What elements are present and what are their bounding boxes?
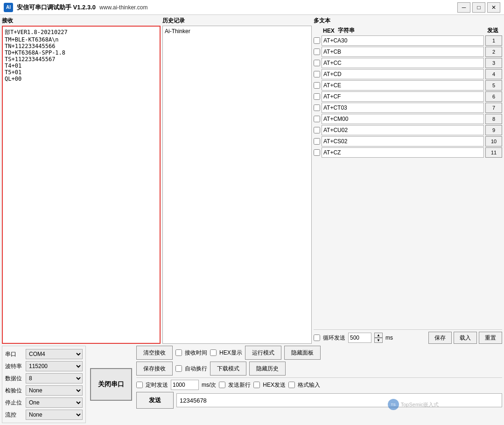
mt-input-6[interactable] [322, 91, 484, 102]
mt-input-5[interactable] [322, 80, 484, 91]
top-area: 接收 历史记录 Ai-Thinker 多文本 HEX 字符串 发送 123456… [2, 17, 502, 344]
open-port-button[interactable]: 关闭串口 [90, 368, 132, 401]
app-title: 安信可串口调试助手 V1.2.3.0 [17, 3, 96, 12]
main-content: 接收 历史记录 Ai-Thinker 多文本 HEX 字符串 发送 123456… [0, 15, 504, 425]
loop-value-input[interactable] [348, 333, 371, 343]
send-newline-label: 发送新行 [228, 381, 251, 389]
col-str-label: 字符串 [338, 27, 483, 35]
mt-hex-checkbox-1[interactable] [314, 37, 320, 44]
loop-send-label: 循环发送 [323, 334, 345, 342]
check-label: 检验位 [5, 387, 24, 395]
bottom-area: 串口 COM4 波特率 115200 数据位 8 检验位 No [2, 346, 502, 423]
mt-hex-checkbox-8[interactable] [314, 116, 320, 122]
port-row: 串口 COM4 [5, 349, 83, 359]
watermark-logo: TS [388, 399, 399, 410]
mt-send-btn-3[interactable]: 3 [485, 58, 502, 68]
watermark: TS TopSemic嵌入式 [388, 399, 439, 410]
mt-input-7[interactable] [322, 103, 484, 113]
save-recv-button[interactable]: 保存接收 [136, 362, 173, 376]
load-button[interactable]: 载入 [454, 332, 477, 344]
mt-send-btn-11[interactable]: 11 [485, 147, 502, 158]
port-select[interactable]: COM4 [26, 349, 83, 359]
mt-input-9[interactable] [322, 125, 484, 135]
multitext-bottom: 循环发送 ▲ ▼ ms 保存 载入 重置 [314, 329, 502, 344]
title-bar: AI 安信可串口调试助手 V1.2.3.0 www.ai-thinker.com… [0, 0, 504, 15]
app-url: www.ai-thinker.com [99, 4, 147, 11]
send-area: 定时发送 ms/次 发送新行 HEX发送 格式输入 发送 [136, 377, 502, 409]
mt-send-btn-4[interactable]: 4 [485, 69, 502, 79]
send-newline-checkbox[interactable] [219, 382, 225, 388]
minimize-button[interactable]: ─ [457, 2, 470, 13]
receive-textarea[interactable] [2, 26, 161, 344]
check-row: 检验位 None [5, 385, 83, 396]
flow-label: 流控 [5, 411, 24, 419]
mt-hex-checkbox-9[interactable] [314, 127, 320, 133]
loop-spin-down[interactable]: ▼ [374, 338, 383, 343]
action-buttons: 保存 载入 重置 [428, 332, 502, 344]
mt-hex-checkbox-5[interactable] [314, 82, 320, 89]
main-controls: 清空接收 接收时间 HEX显示 运行模式 隐藏面板 保存接收 自动换行 下载模式… [136, 346, 502, 423]
close-button[interactable]: ✕ [487, 2, 500, 13]
flow-select[interactable]: None [26, 410, 83, 420]
loop-unit: ms [385, 334, 393, 341]
recv-time-label: 接收时间 [185, 349, 207, 357]
format-input-label: 格式输入 [298, 381, 320, 389]
mt-send-btn-7[interactable]: 7 [485, 103, 502, 113]
loop-spin-up[interactable]: ▲ [374, 333, 383, 338]
timed-send-checkbox[interactable] [136, 382, 143, 388]
baud-label: 波特率 [5, 362, 24, 370]
hex-display-label: HEX显示 [219, 349, 242, 357]
multitext-row-7: 7 [314, 103, 502, 113]
auto-newline-checkbox[interactable] [175, 365, 182, 372]
mt-send-btn-9[interactable]: 9 [485, 125, 502, 135]
send-input[interactable] [176, 393, 502, 407]
mt-hex-checkbox-2[interactable] [314, 49, 320, 55]
hex-display-checkbox[interactable] [210, 349, 217, 356]
mt-send-btn-8[interactable]: 8 [485, 114, 502, 124]
clear-recv-button[interactable]: 清空接收 [136, 346, 173, 360]
mt-input-10[interactable] [322, 136, 484, 146]
format-input-checkbox[interactable] [288, 382, 295, 388]
mt-input-1[interactable] [322, 35, 484, 46]
baud-select[interactable]: 115200 [26, 361, 83, 371]
hex-send-checkbox[interactable] [253, 382, 260, 388]
multitext-panel: 多文本 HEX 字符串 发送 1234567891011 循环发送 ▲ ▼ ms… [314, 17, 502, 344]
mt-input-4[interactable] [322, 69, 484, 79]
hide-history-button[interactable]: 隐藏历史 [249, 362, 286, 376]
multitext-row-3: 3 [314, 58, 502, 68]
mt-hex-checkbox-11[interactable] [314, 149, 320, 156]
data-select[interactable]: 8 [26, 373, 83, 383]
multitext-row-5: 5 [314, 80, 502, 91]
multitext-label: 多文本 [314, 17, 330, 25]
control-row-2: 保存接收 自动换行 下载模式 隐藏历史 [136, 362, 502, 376]
send-button[interactable]: 发送 [136, 392, 174, 409]
loop-send-checkbox[interactable] [314, 334, 320, 341]
mt-input-11[interactable] [322, 147, 484, 158]
mt-send-btn-6[interactable]: 6 [485, 91, 502, 102]
mt-input-2[interactable] [322, 47, 484, 57]
mt-send-btn-10[interactable]: 10 [485, 136, 502, 146]
mt-send-btn-1[interactable]: 1 [485, 35, 502, 46]
mt-hex-checkbox-10[interactable] [314, 138, 320, 145]
hide-panel-button[interactable]: 隐藏面板 [284, 346, 321, 360]
mt-send-btn-2[interactable]: 2 [485, 47, 502, 57]
mt-hex-checkbox-7[interactable] [314, 105, 320, 111]
title-bar-left: AI 安信可串口调试助手 V1.2.3.0 www.ai-thinker.com [4, 3, 147, 12]
multitext-row-9: 9 [314, 125, 502, 135]
recv-time-checkbox[interactable] [175, 349, 182, 356]
maximize-button[interactable]: □ [472, 2, 485, 13]
mt-hex-checkbox-6[interactable] [314, 93, 320, 100]
download-mode-button[interactable]: 下载模式 [210, 362, 246, 376]
run-mode-button[interactable]: 运行模式 [245, 346, 281, 360]
timed-send-input[interactable] [171, 380, 199, 390]
mt-hex-checkbox-4[interactable] [314, 71, 320, 77]
reset-button[interactable]: 重置 [479, 332, 502, 344]
multitext-row-1: 1 [314, 35, 502, 46]
stop-select[interactable]: One [26, 397, 83, 408]
mt-send-btn-5[interactable]: 5 [485, 80, 502, 91]
mt-input-3[interactable] [322, 58, 484, 68]
mt-hex-checkbox-3[interactable] [314, 60, 320, 66]
check-select[interactable]: None [26, 385, 83, 396]
mt-input-8[interactable] [322, 114, 484, 124]
save-button[interactable]: 保存 [428, 332, 452, 344]
